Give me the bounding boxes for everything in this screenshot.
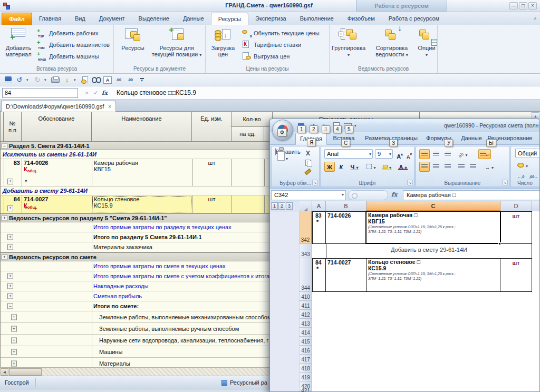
- col-header-basis[interactable]: Обоснование: [22, 112, 92, 142]
- expand-icon[interactable]: +: [7, 273, 13, 279]
- tab-Файл[interactable]: Файл: [2, 13, 32, 25]
- close-document-icon[interactable]: ×: [108, 104, 111, 110]
- cell-B344[interactable]: 714-0027: [326, 258, 367, 292]
- outline-level-1[interactable]: 1: [271, 202, 278, 210]
- expand-icon[interactable]: +: [7, 179, 13, 184]
- excel-qat-options-icon[interactable]: ▾: [354, 124, 356, 128]
- collapse-icon[interactable]: −: [2, 143, 7, 149]
- paste-button[interactable]: Вставить▾: [275, 149, 299, 162]
- restore-button[interactable]: □: [519, 2, 527, 9]
- outline-level-2[interactable]: 2: [278, 202, 285, 210]
- expand-icon[interactable]: +: [7, 205, 13, 211]
- align-right-button[interactable]: [442, 162, 453, 172]
- minimize-button[interactable]: —: [509, 2, 518, 9]
- fill-color-button[interactable]: ▾: [380, 162, 394, 172]
- close-button[interactable]: ×: [528, 2, 537, 9]
- tab-Экспертиза[interactable]: Экспертиза: [248, 13, 293, 25]
- align-center-button[interactable]: [431, 162, 441, 172]
- outline-level-3[interactable]: 3: [286, 202, 293, 210]
- expand-icon[interactable]: +: [11, 326, 17, 331]
- add-machines-button[interactable]: +МАШ Добавить машины: [37, 52, 99, 61]
- cell-B342[interactable]: 714-0026: [326, 211, 367, 244]
- select-all-corner[interactable]: ◢: [300, 201, 312, 211]
- redo-dropdown-icon[interactable]: ▾: [44, 78, 49, 82]
- excel-formula-text[interactable]: Камера рабочая □: [403, 190, 540, 200]
- cell-D344[interactable]: шт: [500, 258, 532, 292]
- row-header-411[interactable]: 411: [300, 301, 312, 310]
- tab-Вид[interactable]: Вид: [68, 13, 92, 25]
- document-tab[interactable]: D:\Downloads\Форум\qwer160990.gsf ×: [1, 101, 116, 112]
- cancel-icon[interactable]: ×: [82, 90, 91, 96]
- cell-A342[interactable]: 83*: [312, 211, 326, 244]
- grouping-button[interactable]: + Группировка▾: [331, 27, 367, 58]
- col-header-per-unit[interactable]: на ед.: [232, 127, 264, 142]
- excel-tab-Данные[interactable]: Данные: [456, 132, 487, 145]
- text-panel-icon[interactable]: A: [103, 76, 112, 84]
- grow-font-button[interactable]: A▴: [395, 149, 404, 159]
- insert-function-icon[interactable]: fx: [391, 191, 397, 198]
- column-header-B[interactable]: B: [326, 201, 367, 211]
- cell-D342[interactable]: шт: [500, 211, 532, 244]
- tab-Работа с ресурсом[interactable]: Работа с ресурсом: [382, 13, 446, 25]
- resources-current-position-button[interactable]: + Ресурсы для текущей позиции ▾: [151, 27, 202, 58]
- col-header-unit[interactable]: Ед. изм.: [192, 112, 232, 142]
- merge-center-button[interactable]: ↔ ▾: [481, 162, 497, 172]
- col-header-name[interactable]: Наименование: [92, 112, 192, 142]
- unload-prices-button[interactable]: Выгрузка цен: [242, 52, 290, 61]
- tab-Выполнение[interactable]: Выполнение: [293, 13, 341, 25]
- merged-cell[interactable]: Добавить в смету 29-61-14И: [326, 244, 532, 258]
- name-box[interactable]: C342▾: [271, 190, 346, 200]
- tab-Выделение[interactable]: Выделение: [132, 13, 176, 25]
- resources-button[interactable]: Ресурсы: [118, 27, 148, 51]
- row-header-412[interactable]: 412: [300, 310, 312, 319]
- prices-icon[interactable]: [80, 75, 90, 85]
- formula-text[interactable]: Кольцо стеновое □□КС15.9: [117, 89, 196, 96]
- cell-reference-box[interactable]: 84: [2, 88, 78, 98]
- collapse-ribbon-icon[interactable]: ∧: [533, 16, 537, 21]
- reset-current-prices-button[interactable]: 0 Обнулить текущие цены: [242, 28, 320, 38]
- align-bottom-button[interactable]: [442, 149, 453, 159]
- row-header-417[interactable]: 417: [300, 355, 312, 364]
- expand-icon[interactable]: +: [11, 314, 17, 320]
- increase-indent-button[interactable]: [468, 162, 478, 172]
- format-painter-icon[interactable]: [303, 168, 313, 176]
- add-operators-button[interactable]: +ТЗМ Добавить машинистов: [37, 40, 110, 50]
- expand-icon[interactable]: +: [11, 360, 17, 366]
- tab-Физобъем[interactable]: Физобъем: [341, 13, 382, 25]
- row-header-415[interactable]: 415: [300, 337, 312, 346]
- sort-icon[interactable]: ↓: [62, 75, 72, 85]
- font-name-combo[interactable]: Arial▾: [324, 149, 373, 159]
- expand-icon[interactable]: +: [7, 283, 13, 289]
- font-size-combo[interactable]: 9▾: [375, 149, 393, 159]
- tab-Документ[interactable]: Документ: [92, 13, 132, 25]
- tab-Ресурсы[interactable]: Ресурсы: [211, 13, 248, 25]
- enter-icon[interactable]: ✓: [91, 90, 100, 96]
- column-header-C[interactable]: C: [367, 201, 500, 211]
- wrap-text-button[interactable]: ↩: [478, 149, 491, 159]
- borders-button[interactable]: ▾: [364, 162, 378, 172]
- sort-list-button[interactable]: ↓ Сортировка ведомости ▾: [368, 27, 416, 58]
- underline-button[interactable]: Ч ▾: [348, 162, 361, 172]
- row-header-343[interactable]: 343: [300, 244, 312, 258]
- sort-dropdown-icon[interactable]: ▾: [74, 78, 78, 82]
- column-header-E[interactable]: [532, 201, 540, 211]
- cell-C342[interactable]: Камера рабочая □КВГ15(Стесненные условия…: [367, 211, 500, 244]
- col-header-qty[interactable]: Кол-во: [232, 112, 273, 127]
- expand-icon[interactable]: +: [7, 293, 13, 299]
- row-header-410[interactable]: 410: [300, 292, 312, 301]
- italic-button[interactable]: К: [336, 162, 346, 172]
- row-header-413[interactable]: 413: [300, 319, 312, 328]
- row-header-344[interactable]: 344: [300, 258, 312, 292]
- font-color-button[interactable]: А ▾: [396, 162, 410, 172]
- font-dialog-launcher-icon[interactable]: ↘: [407, 180, 413, 185]
- scroll-left-icon[interactable]: ◄: [1, 368, 8, 376]
- tariff-rates-button[interactable]: К Тарифные ставки: [242, 40, 301, 50]
- cell-C344[interactable]: Кольцо стеновое □КС15.9(Стесненные услов…: [367, 258, 500, 292]
- expand-icon[interactable]: +: [11, 349, 17, 355]
- increase-decimal-icon[interactable]: .00: [126, 75, 135, 85]
- currency-format-button[interactable]: ▾: [515, 160, 530, 170]
- row-header-342[interactable]: 342: [300, 211, 312, 244]
- expand-icon[interactable]: +: [7, 234, 13, 240]
- name-box-dropdown-icon[interactable]: ▾: [342, 192, 344, 197]
- row-header-419[interactable]: 419: [300, 373, 312, 381]
